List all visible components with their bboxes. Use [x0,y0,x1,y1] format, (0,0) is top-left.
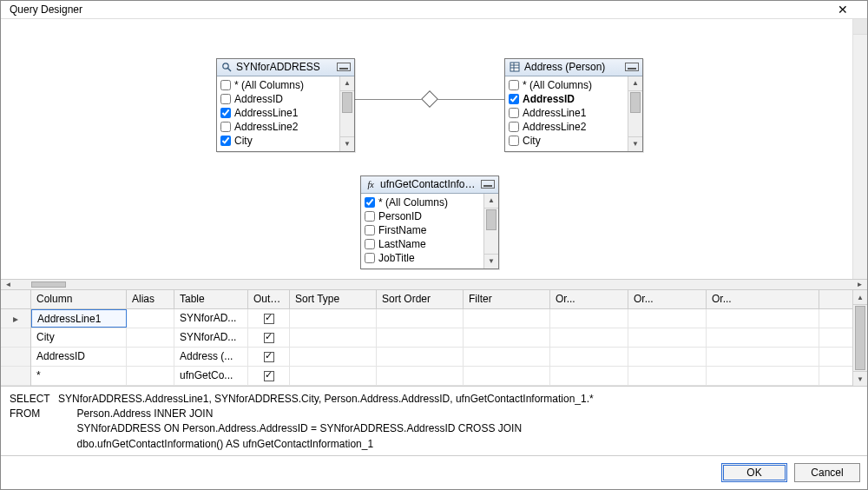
row-selector[interactable]: ▸ [1,309,30,328]
header-column[interactable]: Column [31,290,127,308]
panel-scrollbar[interactable]: ▲ ▼ [483,194,498,268]
cell-sorttype[interactable] [290,309,377,328]
column-item[interactable]: LastName [365,237,480,251]
cell-table[interactable]: ufnGetCo... [174,367,248,385]
cell-table[interactable]: Address (... [174,348,248,366]
scroll-up-icon[interactable]: ▲ [484,194,498,209]
column-checkbox[interactable] [220,108,231,118]
header-sortorder[interactable]: Sort Order [377,290,464,308]
cell-output[interactable] [248,328,290,347]
column-checkbox[interactable] [220,122,231,132]
cell-filter[interactable] [464,309,550,328]
cell-alias[interactable] [127,367,174,385]
column-item[interactable]: AddressLine1 [509,106,624,120]
column-item[interactable]: * (All Columns) [220,78,336,92]
scroll-down-icon[interactable]: ▼ [484,254,498,268]
header-or[interactable]: Or... [550,290,628,308]
column-checkbox[interactable] [220,80,231,90]
table-panel-synforaddress[interactable]: SYNforADDRESS * (All Columns) AddressID … [216,58,355,152]
scroll-thumb[interactable] [630,92,641,113]
cell-column[interactable]: * [31,367,127,385]
column-item[interactable]: City [220,134,336,148]
column-checkbox[interactable] [365,197,375,208]
cell-alias[interactable] [127,348,174,366]
cell-alias[interactable] [127,328,174,347]
scroll-down-icon[interactable]: ▼ [340,136,354,151]
diagram-vscroll[interactable] [852,19,867,279]
column-item[interactable]: AddressLine1 [220,106,336,120]
header-table[interactable]: Table [174,290,248,308]
column-item[interactable]: AddressID [509,92,624,106]
grid-row[interactable]: * ufnGetCo... [31,367,852,386]
column-item[interactable]: City [509,134,624,148]
cell-or[interactable] [628,309,707,328]
column-checkbox[interactable] [365,211,375,222]
header-output[interactable]: Outp... [248,290,290,308]
panel-header[interactable]: fx ufnGetContactInforma... [361,176,498,194]
cell-table[interactable]: SYNforAD... [174,309,248,328]
close-button[interactable]: ✕ [825,3,860,17]
scroll-up-icon[interactable]: ▲ [853,290,867,305]
column-item[interactable]: AddressLine2 [509,120,624,134]
panel-scrollbar[interactable]: ▲ ▼ [339,76,354,151]
scroll-right-icon[interactable]: ► [852,280,867,289]
grid-row[interactable]: AddressID Address (... [31,348,852,367]
output-checkbox[interactable] [264,314,274,324]
header-sorttype[interactable]: Sort Type [290,290,377,308]
diagram-pane[interactable]: SYNforADDRESS * (All Columns) AddressID … [1,19,867,280]
ok-button[interactable]: OK [721,463,787,482]
scroll-thumb[interactable] [486,209,496,230]
cell-column[interactable]: City [31,328,127,347]
cell-or[interactable] [707,309,819,328]
column-checkbox[interactable] [365,225,375,235]
table-panel-ufn[interactable]: fx ufnGetContactInforma... * (All Column… [360,175,499,269]
column-checkbox[interactable] [220,94,231,104]
row-selector[interactable] [1,328,30,348]
cell-column[interactable]: AddressID [31,348,127,366]
column-checkbox[interactable] [509,108,519,118]
column-checkbox[interactable] [220,136,231,146]
grid-scrollbar[interactable]: ▲ ▼ [852,290,867,386]
header-or[interactable]: Or... [628,290,707,308]
panel-scrollbar[interactable]: ▲ ▼ [628,76,642,151]
panel-min-button[interactable] [625,63,639,71]
scroll-down-icon[interactable]: ▼ [628,136,642,151]
column-checkbox[interactable] [509,94,519,104]
cell-output[interactable] [248,348,290,366]
table-panel-address[interactable]: Address (Person) * (All Columns) Address… [504,58,643,152]
column-item[interactable]: * (All Columns) [509,78,624,92]
column-item[interactable]: AddressLine2 [220,120,336,134]
column-item[interactable]: JobTitle [365,251,480,265]
panel-min-button[interactable] [337,63,351,71]
grid-row[interactable]: City SYNforAD... [31,328,852,348]
scroll-down-icon[interactable]: ▼ [853,371,867,386]
cell-output[interactable] [248,309,290,328]
sql-pane[interactable]: SELECTSYNforADDRESS.AddressLine1, SYNfor… [1,387,867,456]
header-or[interactable]: Or... [707,290,819,308]
scroll-left-icon[interactable]: ◄ [1,280,16,289]
column-checkbox[interactable] [509,80,519,90]
row-selector[interactable] [1,348,30,367]
row-selector[interactable] [1,367,30,386]
output-checkbox[interactable] [264,352,274,362]
grid-row[interactable]: AddressLine1 SYNforAD... [31,309,852,328]
column-item[interactable]: AddressID [220,92,336,106]
column-checkbox[interactable] [365,253,375,263]
cell-output[interactable] [248,367,290,385]
cell-alias[interactable] [127,309,174,328]
panel-min-button[interactable] [481,180,495,189]
column-checkbox[interactable] [509,122,519,132]
output-checkbox[interactable] [264,371,274,381]
column-item[interactable]: FirstName [365,223,480,237]
cell-table[interactable]: SYNforAD... [174,328,248,347]
panel-header[interactable]: Address (Person) [505,59,642,76]
output-checkbox[interactable] [264,333,274,343]
scroll-up-icon[interactable]: ▲ [340,76,354,91]
cancel-button[interactable]: Cancel [794,463,860,482]
panel-header[interactable]: SYNforADDRESS [217,59,354,76]
cell-column[interactable]: AddressLine1 [31,309,127,328]
column-item[interactable]: * (All Columns) [365,195,480,209]
column-checkbox[interactable] [365,239,375,249]
join-diamond-icon[interactable] [421,90,438,108]
diagram-hscroll[interactable]: ◄ ► [1,280,867,290]
